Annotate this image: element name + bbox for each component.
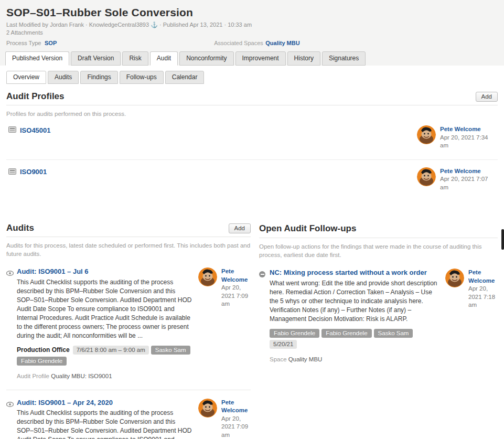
audit-entry: Audit: ISO9001 – Jul 6 This Audit Checkl…	[6, 267, 251, 379]
tab-draft-version[interactable]: Draft Version	[71, 51, 121, 66]
timestamp: Apr 20, 2021 7:07 am	[440, 175, 496, 191]
followup-entry: NC: Mixing process started without a wor…	[259, 269, 498, 362]
divider	[6, 237, 251, 237]
audit-profiles-heading: Audit Profiles	[6, 91, 65, 102]
process-type-link[interactable]: SOP	[45, 40, 57, 46]
author-link[interactable]: Pete Welcome	[221, 399, 251, 415]
audit-location: Production Office	[17, 346, 70, 354]
associated-spaces-label: Associated Spaces	[214, 40, 265, 46]
minus-circle-icon[interactable]	[259, 269, 270, 362]
audits-section: Audits Add Audits for this process, late…	[6, 223, 251, 439]
attachments-count[interactable]: 2 Attachments	[6, 29, 498, 36]
tab-risk[interactable]: Risk	[122, 51, 148, 66]
space-value: Quality MBU	[288, 356, 323, 362]
person-badge[interactable]: Sasko Sam	[374, 329, 413, 338]
page-header: SOP–S01–Rubber Sole Conversion Last Modi…	[0, 0, 504, 66]
subtab-audits[interactable]: Audits	[48, 71, 79, 84]
audit-profile-row-iso45001: ISO45001 Pete Welcome Apr 20, 2021 7:34 …	[6, 118, 498, 160]
add-audit-button[interactable]: Add	[229, 223, 251, 233]
due-date-badge: 5/20/21	[270, 340, 297, 349]
author-link[interactable]: Pete Welcome	[440, 125, 496, 134]
audit-link[interactable]: Audit: ISO9001 – Apr 24, 2020	[17, 399, 193, 407]
watch-eye-icon[interactable]	[6, 267, 17, 379]
anchor-icon[interactable]: ⚓	[151, 22, 159, 28]
byline: Last Modified by Jordan Frank · Knowledg…	[6, 22, 498, 28]
audit-profiles-section: Audit Profiles Add Profiles for audits p…	[0, 91, 504, 201]
audit-profile-label: Audit Profile	[17, 373, 49, 379]
profile-card-icon	[8, 125, 16, 135]
followups-heading: Open Audit Follow-ups	[259, 223, 356, 234]
avatar[interactable]	[445, 269, 464, 287]
subtab-calendar[interactable]: Calendar	[165, 71, 205, 84]
process-row: Process Type SOP Associated Spaces Quali…	[6, 40, 498, 46]
byline-modified: Last Modified by Jordan Frank · Knowledg…	[6, 22, 149, 28]
timestamp: Apr 20, 2021 7:09 am	[221, 284, 251, 308]
audit-summary: This Audit Checklist supports the auditi…	[17, 278, 193, 340]
subtab-overview[interactable]: Overview	[6, 71, 46, 84]
tab-improvement[interactable]: Improvement	[235, 51, 286, 66]
audit-profile-link[interactable]: ISO45001	[20, 126, 51, 134]
audit-profile-row-iso9001: ISO9001 Pete Welcome Apr 20, 2021 7:07 a…	[6, 160, 498, 201]
avatar[interactable]	[417, 125, 436, 144]
audit-subtabs: Overview Audits Findings Follow-ups Cale…	[0, 71, 504, 84]
author-link[interactable]: Pete Welcome	[440, 167, 496, 176]
author-link[interactable]: Pete Welcome	[468, 269, 498, 285]
page-title: SOP–S01–Rubber Sole Conversion	[6, 6, 498, 19]
tab-signatures[interactable]: Signatures	[322, 51, 366, 66]
followup-summary: What went wrong: Edit the title and prov…	[270, 279, 440, 324]
space-label: Space	[270, 356, 287, 362]
avatar[interactable]	[198, 267, 217, 286]
tab-audit[interactable]: Audit	[150, 51, 178, 66]
audits-heading: Audits	[6, 223, 34, 233]
audit-profiles-description: Profiles for audits performed on this pr…	[6, 110, 498, 118]
person-badge[interactable]: Sasko Sam	[151, 346, 190, 355]
add-audit-profile-button[interactable]: Add	[476, 92, 498, 102]
audit-entry: Audit: ISO9001 – Apr 24, 2020 This Audit…	[6, 390, 251, 439]
audit-profile-value: Quality MBU: ISO9001	[51, 373, 112, 379]
audit-link[interactable]: Audit: ISO9001 – Jul 6	[17, 267, 193, 276]
timestamp: Apr 20, 2021 7:18 am	[468, 285, 498, 309]
followups-section: Open Audit Follow-ups Open follow-up act…	[259, 223, 498, 362]
main-tabs: Published Version Draft Version Risk Aud…	[0, 51, 504, 66]
tab-published-version[interactable]: Published Version	[5, 51, 69, 66]
followup-link[interactable]: NC: Mixing process started without a wor…	[270, 269, 440, 277]
person-badge[interactable]: Fabio Grendele	[270, 329, 319, 338]
audit-schedule-badge: 7/6/21 8:00 am – 9:00 am	[73, 346, 149, 355]
profile-card-icon	[8, 167, 16, 177]
audit-summary: This Audit Checklist supports the auditi…	[17, 409, 193, 439]
divider	[6, 105, 498, 105]
divider	[259, 238, 498, 238]
tab-nonconformity[interactable]: Nonconformity	[179, 51, 233, 66]
followups-description: Open follow-up actions for the findings …	[259, 242, 498, 259]
timestamp: Apr 20, 2021 7:34 am	[440, 134, 496, 150]
process-type-label: Process Type	[6, 40, 45, 46]
author-link[interactable]: Pete Welcome	[221, 267, 251, 284]
timestamp: Apr 20, 2021 7:09 am	[221, 415, 251, 439]
person-badge[interactable]: Fabio Grendele	[321, 329, 371, 338]
audit-profile-link[interactable]: ISO9001	[20, 168, 47, 176]
scrollbar-thumb[interactable]	[501, 229, 504, 250]
subtab-follow-ups[interactable]: Follow-ups	[120, 71, 164, 84]
watch-eye-icon[interactable]	[6, 399, 17, 439]
associated-spaces-link[interactable]: Quality MBU	[265, 40, 299, 46]
audits-description: Audits for this process, latest date sch…	[6, 241, 251, 258]
tab-history[interactable]: History	[287, 51, 320, 66]
byline-published: · Published Apr 13, 2021 · 10:33 am	[159, 22, 252, 28]
person-badge[interactable]: Fabio Grendele	[17, 357, 67, 366]
avatar[interactable]	[417, 167, 436, 186]
avatar[interactable]	[198, 399, 217, 417]
subtab-findings[interactable]: Findings	[80, 71, 117, 84]
